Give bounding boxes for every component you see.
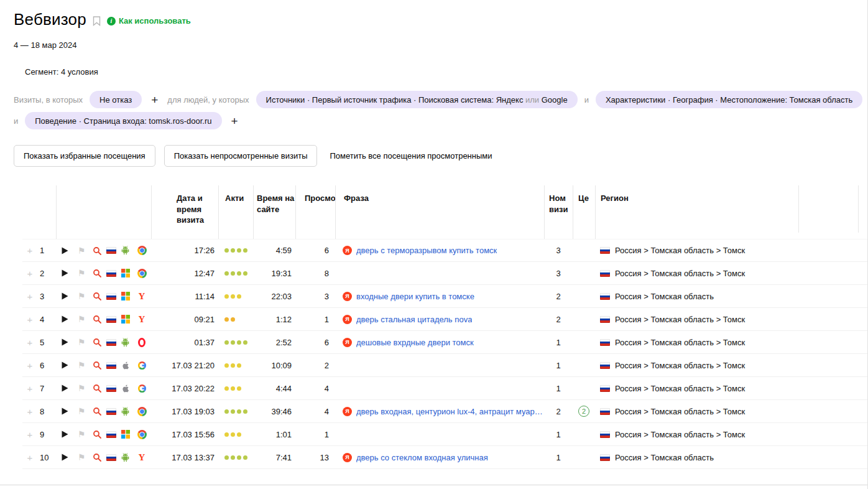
- expand-row-button[interactable]: +: [22, 240, 37, 261]
- magnifier-icon[interactable]: [90, 377, 104, 399]
- favorite-flag-icon[interactable]: ⚑: [73, 262, 90, 284]
- search-phrase-link[interactable]: дверь с терморазрывом купить томск: [356, 246, 497, 255]
- country-flag-icon: [104, 354, 118, 376]
- goal-badge[interactable]: 2: [578, 406, 589, 417]
- time-on-site: 10:09: [253, 354, 295, 376]
- favorite-flag-icon[interactable]: ⚑: [73, 331, 90, 353]
- mark-all-viewed-button[interactable]: Пометить все посещения просмотренными: [330, 151, 492, 161]
- expand-row-button[interactable]: +: [22, 377, 37, 399]
- play-button[interactable]: [56, 308, 73, 330]
- search-phrase-link[interactable]: входные двери купить в томске: [356, 292, 474, 301]
- expand-row-button[interactable]: +: [22, 354, 37, 376]
- search-phrase-link[interactable]: дверь входная, центурион lux-4, антрацит…: [356, 407, 544, 416]
- magnifier-icon[interactable]: [90, 308, 104, 330]
- for-people-label: для людей, у которых: [167, 95, 249, 105]
- magnifier-icon[interactable]: [90, 354, 104, 376]
- views-count: 6: [295, 240, 335, 261]
- play-button[interactable]: [56, 262, 73, 284]
- col-header-datetime[interactable]: Дата и время визита: [151, 185, 218, 239]
- os-icon-cell: [118, 377, 132, 399]
- russia-flag-icon: [600, 316, 610, 323]
- info-icon: i: [107, 17, 116, 26]
- filter-pill-not-bounce[interactable]: Не отказ: [90, 91, 142, 108]
- col-header-region[interactable]: Регион: [595, 185, 867, 239]
- favorite-flag-icon[interactable]: ⚑: [73, 285, 90, 307]
- filter-pill-traffic-source[interactable]: Источники · Первый источник трафика · По…: [256, 91, 578, 108]
- region-text: Россия > Томская область > Томск: [615, 361, 745, 370]
- col-header-phrase[interactable]: Фраза: [335, 185, 544, 239]
- phrase-link-wrap: Я дешовые вхрдные двери томск: [343, 338, 474, 347]
- visits-table-body: + 1 ⚑: [22, 239, 867, 469]
- phrase-cell: Я дверь стальная цитадель nova: [335, 308, 544, 330]
- region-cell: Россия > Томская область: [595, 285, 867, 307]
- favorite-flag-icon[interactable]: ⚑: [73, 423, 90, 445]
- play-button[interactable]: [56, 354, 73, 376]
- col-header-views[interactable]: Просмо: [295, 185, 335, 239]
- play-button[interactable]: [56, 240, 73, 261]
- android-icon: [121, 407, 130, 416]
- show-favorites-button[interactable]: Показать избранные посещения: [14, 145, 155, 167]
- play-button[interactable]: [56, 400, 73, 422]
- favorite-flag-icon[interactable]: ⚑: [73, 377, 90, 399]
- expand-row-button[interactable]: +: [22, 423, 37, 445]
- play-button[interactable]: [56, 285, 73, 307]
- time-on-site: 1:12: [253, 308, 295, 330]
- magnifier-icon[interactable]: [90, 446, 104, 468]
- magnifier-icon[interactable]: [90, 240, 104, 261]
- country-flag-icon: [104, 400, 118, 422]
- col-header-goal[interactable]: Це: [573, 185, 595, 239]
- time-on-site: 4:59: [253, 240, 295, 261]
- magnifier-icon[interactable]: [90, 331, 104, 353]
- filter-pill-geography[interactable]: Характеристики · География · Местоположе…: [596, 91, 862, 108]
- visit-datetime: 17:26: [151, 240, 218, 261]
- chrome-icon: [137, 407, 147, 416]
- how-to-use-link[interactable]: Как использовать: [119, 16, 191, 26]
- favorite-flag-icon[interactable]: ⚑: [73, 400, 90, 422]
- google-icon: [137, 384, 147, 393]
- col-header-time-on-site[interactable]: Время на сайте: [253, 185, 295, 239]
- expand-row-button[interactable]: +: [22, 262, 37, 284]
- expand-row-button[interactable]: +: [22, 446, 37, 468]
- favorite-flag-icon[interactable]: ⚑: [73, 446, 90, 468]
- add-people-condition-button[interactable]: +: [229, 115, 241, 127]
- search-phrase-link[interactable]: дверь стальная цитадель nova: [356, 315, 472, 324]
- filter-pill-label: Поведение · Страница входа: tomsk.ros-do…: [35, 116, 211, 126]
- favorite-flag-icon[interactable]: ⚑: [73, 308, 90, 330]
- phrase-cell: Я дверь с терморазрывом купить томск: [335, 240, 544, 261]
- filter-pill-entry-page[interactable]: Поведение · Страница входа: tomsk.ros-do…: [25, 112, 221, 129]
- magnifier-icon[interactable]: [90, 262, 104, 284]
- expand-row-button[interactable]: +: [22, 331, 37, 353]
- browser-icon-cell: Y: [132, 377, 151, 399]
- expand-row-button[interactable]: +: [22, 400, 37, 422]
- region-cell: Россия > Томская область > Томск: [595, 240, 867, 261]
- play-button[interactable]: [56, 377, 73, 399]
- activity-dot: [224, 340, 229, 345]
- phrase-cell: Я входные двери купить в томске: [335, 285, 544, 307]
- expand-row-button[interactable]: +: [22, 285, 37, 307]
- magnifier-icon[interactable]: [90, 285, 104, 307]
- search-phrase-link[interactable]: дешовые вхрдные двери томск: [356, 338, 474, 347]
- show-unviewed-button[interactable]: Показать непросмотренные визиты: [164, 145, 318, 167]
- favorite-flag-icon[interactable]: ⚑: [73, 240, 90, 261]
- favorite-flag-icon[interactable]: ⚑: [73, 354, 90, 376]
- russia-flag-icon: [106, 454, 116, 461]
- region-text: Россия > Томская область > Томск: [615, 269, 745, 278]
- search-phrase-link[interactable]: дверь со стеклом входная уличная: [356, 453, 488, 462]
- segment-label[interactable]: Сегмент: 4 условия: [25, 67, 867, 77]
- play-button[interactable]: [56, 446, 73, 468]
- chrome-icon: [137, 246, 147, 255]
- table-row: + 6 ⚑: [22, 354, 867, 377]
- add-visit-condition-button[interactable]: +: [149, 94, 160, 106]
- goal-cell: [573, 354, 595, 376]
- col-header-visit-number[interactable]: Ном визи: [544, 185, 573, 239]
- expand-row-button[interactable]: +: [22, 308, 37, 330]
- magnifier-icon[interactable]: [90, 423, 104, 445]
- yandex-browser-icon: Y: [139, 314, 145, 325]
- col-header-activity[interactable]: Акти: [218, 185, 253, 239]
- activity-dots: [218, 423, 253, 445]
- date-range-selector[interactable]: 4 — 18 мар 2024: [14, 40, 867, 50]
- bookmark-icon[interactable]: [93, 16, 101, 26]
- magnifier-icon[interactable]: [90, 400, 104, 422]
- play-button[interactable]: [56, 423, 73, 445]
- play-button[interactable]: [56, 331, 73, 353]
